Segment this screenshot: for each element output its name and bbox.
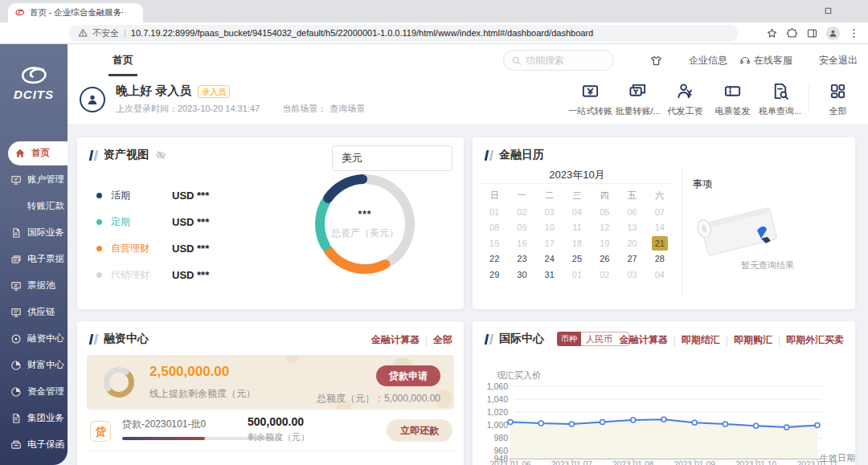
next-month-icon[interactable]: M10 7l5 5-5 5 <box>657 170 667 180</box>
collapse-menu-icon[interactable]: M3 6h18M3 12h11M3 18h18M17.5 9.5l3.5 2.5… <box>77 54 91 67</box>
page-tab-home[interactable]: 首页 <box>108 44 137 76</box>
financing-link-0[interactable]: 金融计算器 <box>371 333 420 347</box>
sidebar-item-funds[interactable]: 资金管理 <box>0 378 68 405</box>
calendar-day[interactable]: 20 <box>618 236 645 251</box>
calendar-day[interactable]: 01 <box>481 205 508 219</box>
calendar-day[interactable]: 03 <box>618 267 645 282</box>
calendar-day[interactable]: 13 <box>618 220 645 235</box>
calendar-day[interactable]: 07 <box>646 205 674 219</box>
extensions-puzzle-icon[interactable] <box>786 27 798 39</box>
calendar-day[interactable]: 17 <box>536 236 563 251</box>
forward-icon[interactable]: M5 12h14M13 6l6 6-6 6 <box>28 27 40 39</box>
calendar-day[interactable]: 02 <box>508 205 535 219</box>
calendar-day[interactable]: 31 <box>536 267 563 282</box>
address-bar[interactable]: 不安全 | 10.7.19.22:8999/fpaas_bucket/94154… <box>68 25 738 42</box>
legend-label: 定期 <box>111 215 172 229</box>
prev-month-icon[interactable]: M14 7l-5 5 5 5 <box>487 170 497 180</box>
intl-link-3[interactable]: 即期外汇买卖 <box>786 333 844 347</box>
sidebar-item-group[interactable]: 集团业务 <box>0 405 68 431</box>
quick-action-all-apps[interactable]: 全部 <box>814 82 862 117</box>
quick-action-tax-query[interactable]: 税单查询... <box>756 82 804 117</box>
calendar-day[interactable]: 06 <box>618 205 645 219</box>
search-input[interactable] <box>526 55 606 66</box>
back-icon[interactable]: M19 12H5M11 6l-6 6 6 6 <box>8 27 20 39</box>
calendar-day[interactable]: 26 <box>591 251 618 266</box>
sidebar-item-guarantee[interactable]: 电子保函 <box>0 431 68 458</box>
calendar-day[interactable]: 27 <box>618 251 645 266</box>
calendar-day[interactable]: 16 <box>508 236 535 251</box>
calendar-day[interactable]: 03 <box>536 205 563 219</box>
calendar-day[interactable]: 01 <box>563 267 591 282</box>
calendar-day[interactable]: 04 <box>646 267 674 282</box>
calendar-day[interactable]: 18 <box>563 236 591 251</box>
window-menu-icon[interactable]: M7 10l5 5 5-5 <box>770 6 780 16</box>
window-close-icon[interactable]: M6 6l12 12M18 6L6 18 <box>850 6 860 16</box>
function-search[interactable] <box>503 50 614 71</box>
reload-icon[interactable]: M19.5 12a7.5 7.5 0 1 1-2.2-5.3M19.5 4v4h… <box>48 27 60 39</box>
calendar-day[interactable]: 08 <box>481 220 508 235</box>
quick-action-eticket[interactable]: 电票签发 <box>709 82 756 117</box>
financing-link-1[interactable]: 全部 <box>433 333 452 347</box>
calendar-month: 2023年10月 <box>549 168 604 182</box>
calendar-day[interactable]: 05 <box>591 205 618 219</box>
quick-action-money-transfer[interactable]: 一站式转账 <box>567 82 614 117</box>
tab-close-icon[interactable]: M6 6l12 12M18 6L6 18 <box>128 9 137 18</box>
sidebar-item-international[interactable]: 国际业务 <box>0 219 68 246</box>
calendar-day[interactable]: 23 <box>508 251 535 266</box>
security-label[interactable]: 不安全 <box>92 27 119 39</box>
calendar-day[interactable]: 11 <box>563 220 591 235</box>
sidebar-item-transfer[interactable]: M7.5 4l4.5 6 4.5-6M12 10v9M8.5 13h7M8.5 … <box>0 193 68 219</box>
browser-profile-avatar[interactable] <box>826 27 840 40</box>
new-tab-button[interactable]: M12 5v14M5 12h14 <box>154 6 166 17</box>
calendar-day[interactable]: 28 <box>646 251 674 266</box>
quick-action-payroll[interactable]: 代发工资 <box>661 82 709 117</box>
sidebar-item-ebill[interactable]: 电子票据 <box>0 246 68 272</box>
greeting-section: 晚上好 录入员 录入员 上次登录时间：2023-10-20 14:31:47 当… <box>68 76 868 125</box>
refresh-icon[interactable]: M19.5 12a7.5 7.5 0 1 1-2.2-5.3M19.5 4v4h… <box>626 55 638 67</box>
header-link-list[interactable]: M8 6h13M8 12h13M8 18h13M3.5 6h0M3.5 12h0… <box>674 54 727 67</box>
sidebar-item-account[interactable]: 账户管理 <box>0 166 68 193</box>
loan-amount: 500,000.00 <box>248 415 304 428</box>
window-maximize-icon[interactable] <box>823 6 833 16</box>
calendar-day[interactable]: 19 <box>591 236 618 251</box>
side-panel-icon[interactable] <box>806 27 818 39</box>
loan-apply-button[interactable]: 贷款申请 <box>376 365 440 386</box>
intl-link-1[interactable]: 即期结汇 <box>682 333 720 347</box>
calendar-day[interactable]: 12 <box>591 220 618 235</box>
share-icon[interactable]: M12 14V4M8.5 7L12 3.5 15.5 7M7 11H5v9h14… <box>746 27 758 39</box>
eye-off-icon[interactable] <box>155 149 166 161</box>
header-link-power[interactable]: M12 3v9M7.2 6.2a8 8 0 1 0 9.6 0安全退出 <box>805 54 858 67</box>
theme-skin-icon[interactable] <box>650 55 662 67</box>
browser-menu-dots-icon[interactable] <box>848 27 860 39</box>
calendar-day[interactable]: 09 <box>508 220 535 235</box>
calendar-day[interactable]: 10 <box>536 220 563 235</box>
sidebar-item-home[interactable]: 首页 <box>8 141 68 165</box>
calendar-day[interactable]: 22 <box>481 251 508 266</box>
calendar-day[interactable]: 30 <box>508 267 535 282</box>
calendar-day-selected[interactable]: 21 <box>652 236 668 251</box>
calendar-day[interactable]: 04 <box>563 205 591 219</box>
browser-tab[interactable]: 首页 - 企业综合金融服务平台 M6 6l12 12M18 6L6 18 <box>8 3 143 22</box>
avatar <box>80 87 105 112</box>
bookmark-star-icon[interactable] <box>766 27 778 39</box>
calendar-day[interactable]: 24 <box>536 251 563 266</box>
intl-link-0[interactable]: 金融计算器 <box>620 333 668 347</box>
calendar-day[interactable]: 29 <box>481 267 508 282</box>
legend-label: 活期 <box>111 189 172 202</box>
repay-now-button[interactable]: 立即还款 <box>387 419 452 442</box>
quick-action-batch-transfer[interactable]: 批量转账/... <box>614 82 661 117</box>
sidebar-item-label: 票据池 <box>27 279 55 292</box>
sidebar-item-supply-chain[interactable]: 供应链 <box>0 299 68 325</box>
calendar-day[interactable]: 25 <box>563 251 591 266</box>
switch-scene-icon[interactable]: M5 8h13l-3.5-3.5M19 16H6l3.5 3.5 <box>368 104 377 113</box>
sidebar-item-wealth[interactable]: 财富中心 <box>0 352 68 378</box>
sidebar-item-financing[interactable]: 融资中心 <box>0 325 68 352</box>
header-link-headset[interactable]: 在线客服 <box>739 54 792 67</box>
calendar-day[interactable]: 15 <box>481 236 508 251</box>
loan-amount-label: 剩余额度（元） <box>248 431 309 443</box>
intl-link-2[interactable]: 即期购汇 <box>734 333 772 347</box>
calendar-day[interactable]: 02 <box>591 267 618 282</box>
window-minimize-icon[interactable]: M5 12h14 <box>796 6 807 16</box>
calendar-day[interactable]: 14 <box>646 220 674 235</box>
sidebar-item-bill-pool[interactable]: 票据池 <box>0 272 68 299</box>
